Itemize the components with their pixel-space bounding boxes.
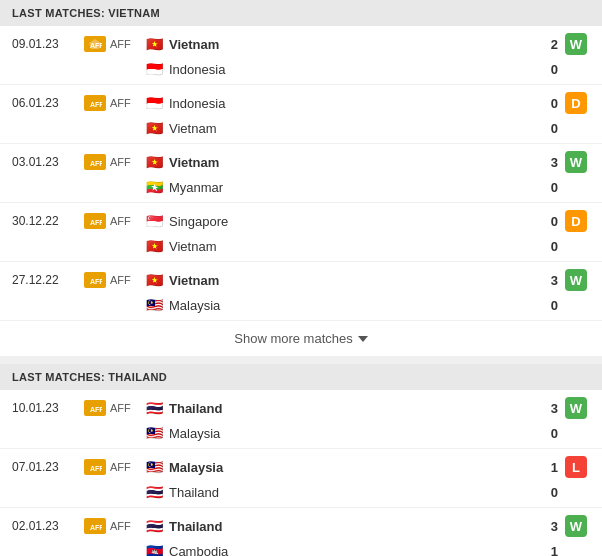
team-name: Myanmar xyxy=(169,180,223,195)
comp-badge: AFF xyxy=(84,518,106,534)
match-group: 07.01.23 AFF AFF 🇲🇾 Malaysia 1 L xyxy=(0,449,602,508)
team-away: 🇹🇭 Thailand xyxy=(144,485,532,500)
team-away: 🇮🇩 Indonesia xyxy=(144,62,532,77)
flag-malaysia: 🇲🇾 xyxy=(144,298,164,312)
svg-text:AFF: AFF xyxy=(90,465,102,472)
show-more-button[interactable]: Show more matches xyxy=(0,321,602,356)
match-row: 30.12.22 AFF AFF 🇸🇬 Singapore 0 D xyxy=(12,207,590,235)
flag-malaysia: 🇲🇾 xyxy=(144,460,164,474)
chevron-down-icon xyxy=(358,336,368,342)
team-home: 🇻🇳 Vietnam xyxy=(144,155,532,170)
team-name: Vietnam xyxy=(169,273,219,288)
match-row: 07.01.23 AFF AFF 🇲🇾 Malaysia 1 L xyxy=(12,453,590,481)
flag-indonesia: 🇮🇩 xyxy=(144,96,164,110)
team-name: Cambodia xyxy=(169,544,228,557)
match-row: 🇰🇭 Cambodia 1 xyxy=(12,540,590,556)
flag-thailand: 🇹🇭 xyxy=(144,485,164,499)
match-date: 07.01.23 xyxy=(12,460,84,474)
match-group: 09.01.23 AFF AFF 🇻🇳 Vietnam 2 W xyxy=(0,26,602,85)
svg-text:AFF: AFF xyxy=(90,101,102,108)
score-home: 3 xyxy=(532,155,562,170)
svg-text:AFF: AFF xyxy=(90,278,102,285)
flag-singapore: 🇸🇬 xyxy=(144,214,164,228)
score-home: 3 xyxy=(532,519,562,534)
team-home: 🇻🇳 Vietnam xyxy=(144,273,532,288)
match-row: 🇲🇲 Myanmar 0 xyxy=(12,176,590,198)
team-home: 🇹🇭 Thailand xyxy=(144,401,532,416)
result: W xyxy=(562,397,590,419)
score-away: 0 xyxy=(532,62,562,77)
team-home: 🇸🇬 Singapore xyxy=(144,214,532,229)
score-away: 0 xyxy=(532,298,562,313)
result-badge-w: W xyxy=(565,397,587,419)
match-group: 27.12.22 AFF AFF 🇻🇳 Vietnam 3 W xyxy=(0,262,602,321)
match-row: 02.01.23 AFF AFF 🇹🇭 Thailand 3 W xyxy=(12,512,590,540)
svg-text:AFF: AFF xyxy=(90,42,102,49)
match-row: 03.01.23 AFF AFF 🇻🇳 Vietnam 3 W xyxy=(12,148,590,176)
score-away: 0 xyxy=(532,426,562,441)
competition: AFF AFF xyxy=(84,95,144,111)
match-group: 02.01.23 AFF AFF 🇹🇭 Thailand 3 W xyxy=(0,508,602,556)
team-name: Singapore xyxy=(169,214,228,229)
result: D xyxy=(562,92,590,114)
team-name: Vietnam xyxy=(169,37,219,52)
comp-badge: AFF xyxy=(84,400,106,416)
team-home: 🇲🇾 Malaysia xyxy=(144,460,532,475)
comp-badge: AFF xyxy=(84,213,106,229)
comp-label: AFF xyxy=(110,461,131,473)
result-badge-w: W xyxy=(565,515,587,537)
result: W xyxy=(562,515,590,537)
svg-text:AFF: AFF xyxy=(90,524,102,531)
match-row: 🇻🇳 Vietnam 0 xyxy=(12,235,590,257)
team-away: 🇲🇾 Malaysia xyxy=(144,426,532,441)
team-name: Thailand xyxy=(169,485,219,500)
match-row: 🇲🇾 Malaysia 0 xyxy=(12,422,590,444)
competition: AFF AFF xyxy=(84,36,144,52)
score-home: 2 xyxy=(532,37,562,52)
competition: AFF AFF xyxy=(84,213,144,229)
result-badge-d: D xyxy=(565,92,587,114)
flag-cambodia: 🇰🇭 xyxy=(144,544,164,556)
match-group: 06.01.23 AFF AFF 🇮🇩 Indonesia 0 D xyxy=(0,85,602,144)
flag-vietnam: 🇻🇳 xyxy=(144,155,164,169)
score-home: 0 xyxy=(532,96,562,111)
match-group: 10.01.23 AFF AFF 🇹🇭 Thailand 3 W xyxy=(0,390,602,449)
team-away: 🇻🇳 Vietnam xyxy=(144,239,532,254)
result-badge-w: W xyxy=(565,269,587,291)
match-group: 30.12.22 AFF AFF 🇸🇬 Singapore 0 D xyxy=(0,203,602,262)
thailand-section: LAST MATCHES: THAILAND 10.01.23 AFF AFF … xyxy=(0,364,602,556)
comp-label: AFF xyxy=(110,38,131,50)
match-date: 02.01.23 xyxy=(12,519,84,533)
score-away: 0 xyxy=(532,121,562,136)
team-home: 🇹🇭 Thailand xyxy=(144,519,532,534)
flag-thailand: 🇹🇭 xyxy=(144,401,164,415)
comp-badge: AFF xyxy=(84,36,106,52)
competition: AFF AFF xyxy=(84,459,144,475)
svg-text:AFF: AFF xyxy=(90,160,102,167)
team-away: 🇲🇾 Malaysia xyxy=(144,298,532,313)
team-home: 🇮🇩 Indonesia xyxy=(144,96,532,111)
comp-badge: AFF xyxy=(84,459,106,475)
match-date: 30.12.22 xyxy=(12,214,84,228)
competition: AFF AFF xyxy=(84,518,144,534)
comp-label: AFF xyxy=(110,215,131,227)
team-name: Malaysia xyxy=(169,298,220,313)
comp-badge: AFF xyxy=(84,154,106,170)
team-name: Vietnam xyxy=(169,121,216,136)
team-name: Indonesia xyxy=(169,96,225,111)
result: D xyxy=(562,210,590,232)
team-name: Vietnam xyxy=(169,239,216,254)
match-row: 09.01.23 AFF AFF 🇻🇳 Vietnam 2 W xyxy=(12,30,590,58)
team-name: Indonesia xyxy=(169,62,225,77)
score-home: 3 xyxy=(532,401,562,416)
match-date: 27.12.22 xyxy=(12,273,84,287)
result: L xyxy=(562,456,590,478)
team-name: Thailand xyxy=(169,519,222,534)
score-home: 1 xyxy=(532,460,562,475)
score-away: 1 xyxy=(532,544,562,557)
vietnam-section: LAST MATCHES: VIETNAM 09.01.23 AFF AFF 🇻… xyxy=(0,0,602,356)
match-row: 06.01.23 AFF AFF 🇮🇩 Indonesia 0 D xyxy=(12,89,590,117)
result: W xyxy=(562,269,590,291)
team-away: 🇲🇲 Myanmar xyxy=(144,180,532,195)
flag-malaysia: 🇲🇾 xyxy=(144,426,164,440)
